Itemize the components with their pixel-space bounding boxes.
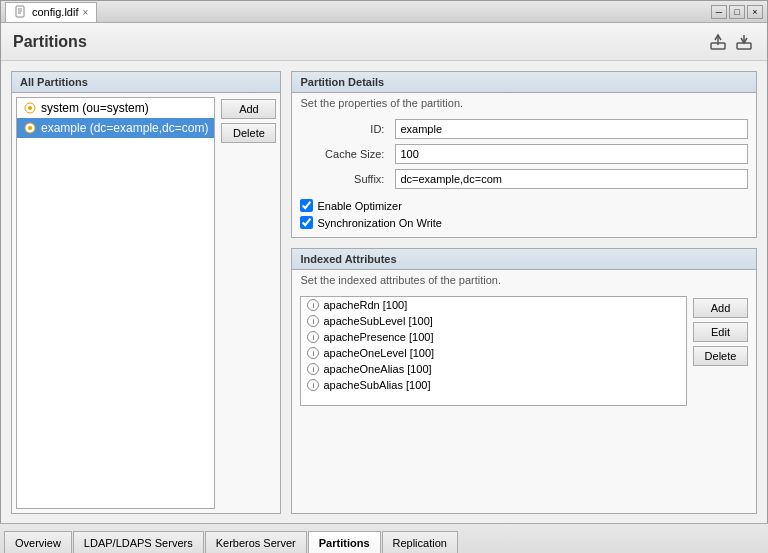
indexed-buttons: Add Edit Delete [693,296,748,406]
list-item[interactable]: i apacheSubAlias [100] [301,377,686,393]
id-label: ID: [300,123,390,135]
delete-indexed-btn[interactable]: Delete [693,346,748,366]
svg-point-9 [28,106,32,110]
item-icon: i [307,299,319,311]
editor-tab[interactable]: config.ldif × [5,2,97,22]
item-icon: i [307,363,319,375]
partition-details-section: Partition Details Set the properties of … [291,71,757,238]
delete-partition-btn[interactable]: Delete [221,123,276,143]
cache-size-input[interactable] [395,144,748,164]
item-label: apacheSubLevel [100] [323,315,432,327]
item-icon: i [307,315,319,327]
indexed-attributes-section: Indexed Attributes Set the indexed attri… [291,248,757,514]
main-content: All Partitions system (ou=system) exampl… [1,61,767,524]
id-input[interactable] [395,119,748,139]
close-btn[interactable]: × [747,5,763,19]
indexed-list[interactable]: i apacheRdn [100] i apacheSubLevel [100]… [300,296,687,406]
example-partition-icon [23,121,37,135]
import-icon [709,33,727,51]
minimize-btn[interactable]: ─ [711,5,727,19]
list-item[interactable]: i apacheOneLevel [100] [301,345,686,361]
partition-buttons: Add Delete [221,97,276,509]
enable-optimizer-row: Enable Optimizer [292,197,756,214]
tab-partitions[interactable]: Partitions [308,531,381,553]
partition-system-label: system (ou=system) [41,101,149,115]
all-partitions-title: All Partitions [12,72,280,93]
export-icon-btn[interactable] [733,31,755,53]
tab-kerberos[interactable]: Kerberos Server [205,531,307,553]
indexed-attributes-inner: i apacheRdn [100] i apacheSubLevel [100]… [292,292,756,414]
tab-replication[interactable]: Replication [382,531,458,553]
item-label: apacheSubAlias [100] [323,379,430,391]
tab-overview[interactable]: Overview [4,531,72,553]
partition-item-system[interactable]: system (ou=system) [17,98,214,118]
system-partition-icon [23,101,37,115]
indexed-attributes-title: Indexed Attributes [292,249,756,270]
item-label: apacheOneAlias [100] [323,363,431,375]
tab-title-text: config.ldif [32,6,78,18]
tab-ldap-servers[interactable]: LDAP/LDAPS Servers [73,531,204,553]
import-icon-btn[interactable] [707,31,729,53]
sync-on-write-row: Synchronization On Write [292,214,756,231]
right-panel: Partition Details Set the properties of … [291,71,757,514]
item-label: apachePresence [100] [323,331,433,343]
item-label: apacheOneLevel [100] [323,347,434,359]
list-item[interactable]: i apacheOneAlias [100] [301,361,686,377]
list-item[interactable]: i apacheRdn [100] [301,297,686,313]
suffix-label: Suffix: [300,173,390,185]
title-bar-left: config.ldif × [5,2,97,22]
sync-on-write-label: Synchronization On Write [317,217,442,229]
partition-example-label: example (dc=example,dc=com) [41,121,208,135]
item-icon: i [307,331,319,343]
file-icon [14,5,28,19]
item-icon: i [307,379,319,391]
partition-details-form: ID: Cache Size: Suffix: [292,115,756,197]
partition-list[interactable]: system (ou=system) example (dc=example,d… [16,97,215,509]
bottom-tabs: Overview LDAP/LDAPS Servers Kerberos Ser… [0,523,768,553]
indexed-attributes-subtitle: Set the indexed attributes of the partit… [292,270,756,292]
maximize-btn[interactable]: □ [729,5,745,19]
title-bar: config.ldif × ─ □ × [1,1,767,23]
header-icons [707,31,755,53]
all-partitions-inner: system (ou=system) example (dc=example,d… [12,93,280,513]
sync-on-write-checkbox[interactable] [300,216,313,229]
partition-details-subtitle: Set the properties of the partition. [292,93,756,115]
enable-optimizer-label: Enable Optimizer [317,200,401,212]
page-header: Partitions [1,23,767,61]
item-label: apacheRdn [100] [323,299,407,311]
partition-item-example[interactable]: example (dc=example,dc=com) [17,118,214,138]
list-item[interactable]: i apachePresence [100] [301,329,686,345]
enable-optimizer-checkbox[interactable] [300,199,313,212]
add-indexed-btn[interactable]: Add [693,298,748,318]
window-controls: ─ □ × [711,5,763,19]
page-title: Partitions [13,33,87,51]
list-item[interactable]: i apacheSubLevel [100] [301,313,686,329]
export-icon [735,33,753,51]
all-partitions-panel: All Partitions system (ou=system) exampl… [11,71,281,514]
add-partition-btn[interactable]: Add [221,99,276,119]
partition-details-title: Partition Details [292,72,756,93]
item-icon: i [307,347,319,359]
svg-point-11 [28,126,32,130]
tab-close-btn[interactable]: × [82,7,88,18]
cache-size-label: Cache Size: [300,148,390,160]
edit-indexed-btn[interactable]: Edit [693,322,748,342]
suffix-input[interactable] [395,169,748,189]
